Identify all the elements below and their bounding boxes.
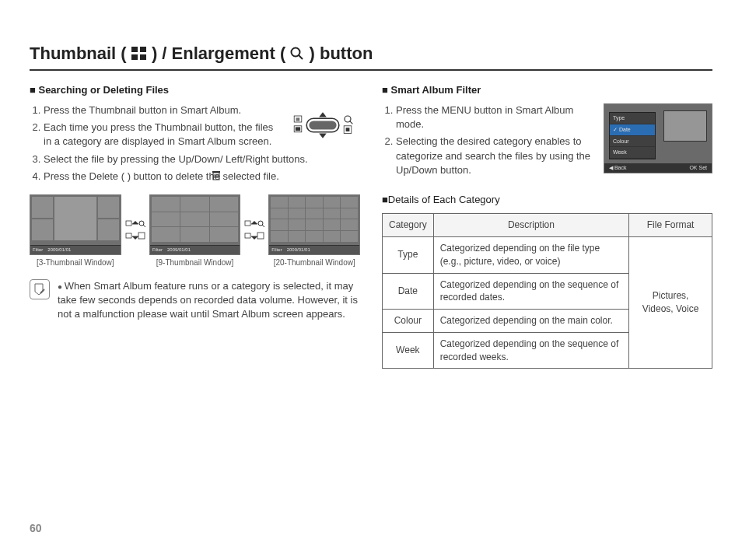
category-details-table: Category Description File Format Type Ca…	[382, 213, 712, 369]
section-heading-right: Smart Album Filter	[382, 83, 712, 97]
svg-rect-0	[131, 47, 138, 52]
svg-rect-32	[245, 221, 250, 226]
title-mid: ) / Enlargement (	[152, 44, 290, 63]
svg-marker-29	[132, 236, 138, 240]
thumb-window-3: Filter2009/01/01 [3-Thumbnail Window]	[30, 194, 121, 268]
cell-description: Categorized depending on the main color.	[433, 310, 629, 333]
thumbnail-icon	[131, 47, 147, 61]
menu-item-selected: ✓ Date	[610, 124, 655, 136]
step: Select the file by pressing the Up/Down/…	[44, 152, 360, 166]
svg-rect-13	[296, 127, 300, 131]
menu-item: Week	[610, 147, 655, 159]
svg-marker-28	[132, 221, 138, 224]
table-header: Category	[383, 214, 434, 237]
svg-rect-17	[346, 128, 350, 131]
svg-marker-8	[319, 112, 327, 117]
thumb-window-9: Filter2009/01/01 [9-Thumbnail Window]	[149, 194, 241, 268]
note-box: When Smart Album feature runs or a categ…	[30, 279, 360, 322]
menu-item: Type	[610, 113, 655, 124]
cell-file-format: Pictures, Videos, Voice	[629, 236, 712, 369]
svg-text:▦: ▦	[296, 117, 300, 121]
cell-category: Date	[383, 273, 434, 310]
cell-description: Categorized depending on the sequence of…	[433, 332, 629, 369]
svg-marker-9	[319, 133, 327, 138]
cell-category: Colour	[383, 310, 434, 333]
section-heading-left: Searching or Deleting Files	[30, 83, 360, 97]
svg-marker-38	[251, 236, 257, 240]
table-header: File Format	[629, 214, 712, 237]
delete-icon	[212, 170, 221, 181]
thumb-window-20: Filter2009/01/01 [20-Thumbnail Window]	[268, 194, 360, 268]
title-suffix: ) button	[310, 44, 373, 63]
svg-rect-3	[140, 54, 146, 60]
svg-rect-23	[126, 221, 131, 226]
table-row: Type Categorized depending on the file t…	[383, 236, 712, 273]
sub-heading: Details of Each Category	[382, 193, 712, 207]
cell-description: Categorized depending on the file type (…	[433, 236, 629, 273]
page-number: 60	[30, 521, 42, 537]
note-text: When Smart Album feature runs or a categ…	[58, 279, 360, 322]
svg-rect-7	[309, 121, 336, 129]
cell-category: Week	[383, 332, 434, 369]
title-prefix: Thumbnail (	[30, 44, 131, 63]
svg-rect-36	[257, 233, 264, 239]
svg-rect-27	[138, 233, 145, 239]
svg-marker-37	[251, 221, 257, 224]
svg-line-35	[262, 225, 264, 227]
magnifier-icon	[290, 47, 304, 61]
thumbnail-views-row: Filter2009/01/01 [3-Thumbnail Window] Fi…	[30, 194, 360, 268]
arrows-icon	[124, 218, 146, 244]
table-header: Description	[433, 214, 629, 237]
svg-rect-1	[140, 47, 146, 52]
svg-line-5	[299, 55, 303, 59]
cell-category: Type	[383, 236, 434, 273]
page-title: Thumbnail ( ) / Enlargement ( ) button	[30, 42, 712, 71]
step: Press the Delete ( ) button to delete th…	[44, 170, 360, 184]
svg-point-4	[292, 48, 300, 57]
svg-rect-24	[126, 233, 131, 238]
dpad-illustration: ▦	[285, 103, 360, 151]
note-icon	[30, 279, 50, 299]
svg-rect-19	[212, 171, 220, 173]
svg-rect-33	[245, 233, 250, 238]
svg-line-15	[349, 121, 352, 124]
cell-description: Categorized depending on the sequence of…	[433, 273, 629, 310]
filter-screen-illustration: Type ✓ Date Colour Week ◀ Back OK Set	[604, 103, 712, 173]
svg-line-26	[143, 225, 145, 227]
menu-item: Colour	[610, 136, 655, 148]
svg-rect-2	[131, 54, 138, 60]
arrows-icon	[243, 218, 265, 244]
